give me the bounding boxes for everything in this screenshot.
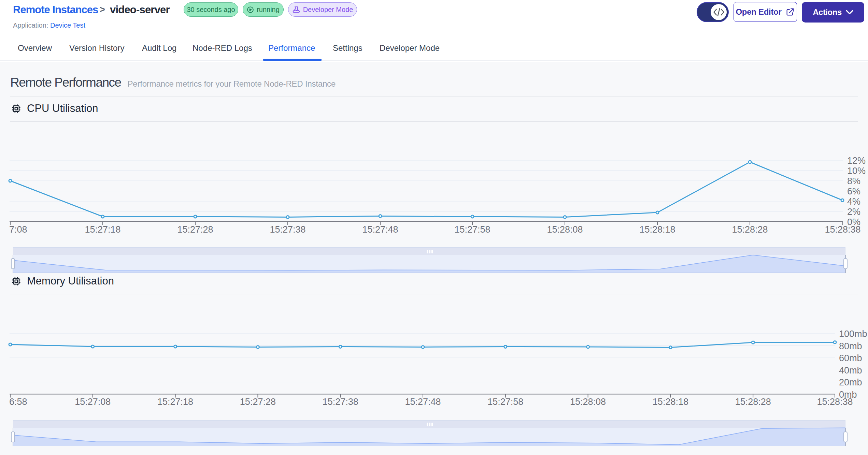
svg-text:15:28:28: 15:28:28 [732, 224, 768, 235]
svg-text:0%: 0% [847, 217, 860, 227]
svg-text:15:28:08: 15:28:08 [570, 397, 606, 407]
svg-text:100mb: 100mb [839, 329, 867, 339]
svg-text:40mb: 40mb [839, 365, 862, 376]
svg-text:15:27:58: 15:27:58 [487, 397, 523, 407]
svg-text:15:27:08: 15:27:08 [75, 397, 111, 407]
svg-text:15:27:28: 15:27:28 [240, 397, 276, 407]
svg-text:15:27:38: 15:27:38 [270, 224, 305, 235]
svg-text:15:27:38: 15:27:38 [323, 397, 358, 407]
svg-text:6%: 6% [847, 186, 860, 196]
svg-text:10%: 10% [847, 166, 866, 176]
svg-text:80mb: 80mb [839, 341, 862, 351]
svg-text:15:27:28: 15:27:28 [177, 224, 213, 235]
svg-text:12%: 12% [847, 156, 866, 166]
svg-text:15:28:18: 15:28:18 [653, 397, 688, 407]
svg-text:20mb: 20mb [839, 377, 862, 387]
svg-text:15:28:08: 15:28:08 [547, 224, 583, 235]
svg-text:15:27:58: 15:27:58 [454, 224, 490, 235]
svg-text:4%: 4% [847, 196, 860, 207]
svg-text:8%: 8% [847, 176, 860, 186]
svg-text:0mb: 0mb [839, 390, 857, 400]
svg-text:15:28:28: 15:28:28 [735, 397, 771, 407]
svg-text:15:28:18: 15:28:18 [639, 224, 675, 235]
svg-text:6:58: 6:58 [9, 397, 27, 407]
svg-text:15:27:48: 15:27:48 [405, 397, 441, 407]
svg-text:7:08: 7:08 [9, 224, 27, 235]
svg-text:60mb: 60mb [839, 353, 862, 363]
svg-text:15:27:18: 15:27:18 [157, 397, 193, 407]
svg-text:2%: 2% [847, 207, 860, 217]
svg-text:15:27:18: 15:27:18 [85, 224, 120, 235]
svg-text:15:27:48: 15:27:48 [362, 224, 398, 235]
